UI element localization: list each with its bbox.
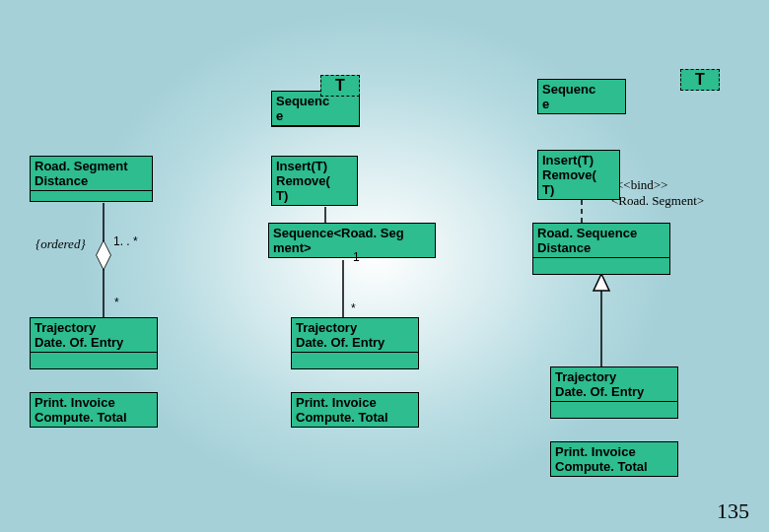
class-ops: Print. Invoice Compute. Total	[31, 393, 157, 427]
class-header: Road. Segment Distance	[31, 157, 152, 191]
template-param-3: T	[680, 69, 720, 91]
empty-section	[31, 191, 152, 201]
class-header: Trajectory Date. Of. Entry	[292, 318, 418, 353]
empty-section	[551, 402, 677, 418]
class-ops-2: Insert(T) Remove( T)	[271, 156, 358, 206]
class-methods-1: Print. Invoice Compute. Total	[30, 392, 158, 428]
class-road-sequence: Road. Sequence Distance	[532, 223, 670, 275]
text: Road. Sequence	[537, 226, 637, 240]
template-param-2: T	[320, 75, 360, 97]
text: Date. Of. Entry	[35, 335, 123, 350]
class-ops: Print. Invoice Compute. Total	[292, 393, 418, 427]
multiplicity: *	[114, 296, 119, 309]
svg-marker-9	[594, 274, 609, 291]
text: Print. Invoice	[296, 395, 377, 410]
ops-text: Insert(T) Remove( T)	[538, 151, 619, 199]
text: Trajectory	[555, 369, 616, 384]
text: Distance	[537, 240, 591, 255]
text: Trajectory	[296, 320, 357, 335]
svg-marker-1	[97, 241, 110, 269]
multiplicity: *	[351, 301, 356, 315]
class-header: Sequence<Road. Seg ment>	[269, 224, 435, 257]
bind-argument: <Road. Segment>	[611, 193, 704, 209]
class-header: Road. Sequence Distance	[533, 224, 669, 258]
svg-marker-2	[97, 241, 110, 269]
empty-section	[533, 258, 669, 274]
class-sequence-bound: Sequence<Road. Seg ment>	[268, 223, 436, 258]
empty-section	[31, 353, 157, 368]
page-number: 135	[717, 499, 749, 524]
class-sequence-3: Sequenc e	[537, 79, 626, 114]
text: Compute. Total	[35, 410, 127, 425]
class-header: Sequenc e	[538, 80, 625, 113]
class-methods-3: Print. Invoice Compute. Total	[550, 441, 678, 477]
text: Print. Invoice	[555, 444, 636, 459]
class-trajectory-1: Trajectory Date. Of. Entry	[30, 317, 158, 369]
class-header: Trajectory Date. Of. Entry	[551, 367, 677, 402]
text: Compute. Total	[555, 459, 648, 474]
text: Road. Segment	[35, 159, 128, 173]
ordered-label: {ordered}	[35, 236, 86, 252]
class-trajectory-2: Trajectory Date. Of. Entry	[291, 317, 419, 369]
empty-section	[292, 353, 418, 368]
multiplicity: 1	[353, 250, 360, 264]
class-ops: Print. Invoice Compute. Total	[551, 442, 677, 476]
bind-stereotype: <<bind>>	[616, 177, 667, 193]
text: Compute. Total	[296, 410, 388, 425]
class-ops-3: Insert(T) Remove( T)	[537, 150, 620, 200]
text: Trajectory	[35, 320, 96, 335]
class-header: Trajectory Date. Of. Entry	[31, 318, 157, 353]
multiplicity: 1. . *	[113, 234, 138, 248]
text: Distance	[35, 173, 88, 188]
class-header: Sequenc e	[272, 92, 359, 126]
text: Date. Of. Entry	[296, 335, 384, 350]
class-trajectory-3: Trajectory Date. Of. Entry	[550, 366, 678, 419]
text: Date. Of. Entry	[555, 384, 644, 399]
class-road-segment: Road. Segment Distance	[30, 156, 153, 202]
class-methods-2: Print. Invoice Compute. Total	[291, 392, 419, 428]
ops-text: Insert(T) Remove( T)	[272, 157, 357, 205]
text: Print. Invoice	[35, 395, 115, 410]
